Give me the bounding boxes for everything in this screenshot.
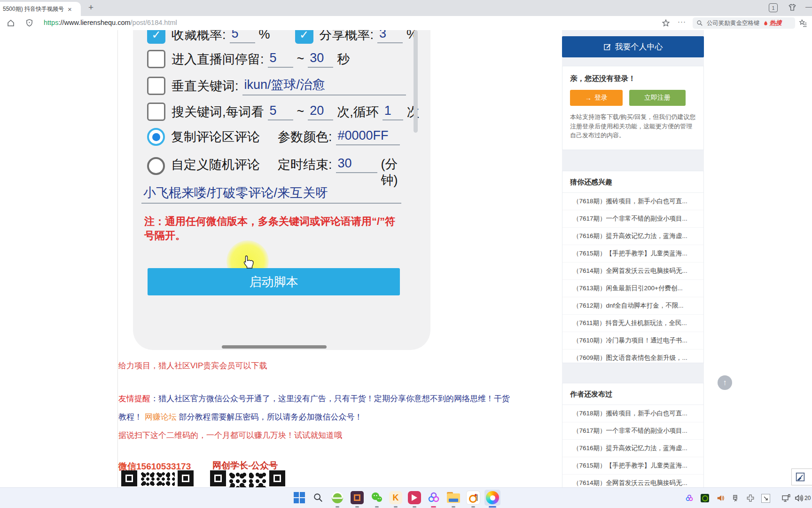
tray-circles-app[interactable] xyxy=(685,494,694,504)
share-probability-input[interactable]: 3 xyxy=(377,30,403,43)
wechat-qr-code xyxy=(121,470,194,487)
taskbar-kuaishou-app[interactable]: K xyxy=(388,490,404,506)
live-stay-max-input[interactable]: 30 xyxy=(308,51,333,68)
reminder-text-1: ：猎人社区官方微信公众号开通了，这里没有广告，只有干货！定期分享你意想不到的网络… xyxy=(150,394,510,403)
tray-utility-cross[interactable] xyxy=(746,494,755,504)
custom-comment-row: 自定义随机评论 定时结束: 30 (分钟) xyxy=(147,156,410,188)
vertical-keyword-input[interactable]: ikun/篮球/治愈 xyxy=(242,76,406,95)
live-stay-min-input[interactable]: 5 xyxy=(268,51,293,68)
custom-comment-radio[interactable] xyxy=(147,157,165,175)
taskbar-active-browser[interactable] xyxy=(484,490,500,506)
speaker-waves-icon xyxy=(794,494,803,502)
list-item[interactable]: （7609期）图文语音表情包全新升级，... xyxy=(562,349,703,366)
taskbar-green-browser[interactable] xyxy=(329,490,345,506)
taskbar-clock[interactable]: 20 xyxy=(804,495,811,501)
list-item[interactable]: （7615期）【手把手教学】儿童类蓝海... xyxy=(562,245,703,262)
url-bar[interactable]: https://www.lierenshequ.com/post/6184.ht… xyxy=(44,19,177,26)
browser-tab[interactable]: 5500期) 抖音快手视频号刷 × xyxy=(0,2,81,16)
usb-device-icon xyxy=(731,494,739,503)
back-to-top-button[interactable]: ↑ xyxy=(718,375,732,390)
tray-volume[interactable] xyxy=(794,494,803,504)
browser-toolbar: https://www.lierenshequ.com/post/6184.ht… xyxy=(0,16,812,31)
taskbar-photos-app[interactable] xyxy=(465,490,481,506)
timer-end-input[interactable]: 30 xyxy=(336,156,377,173)
toolbar-menu-icon[interactable]: ··· xyxy=(678,17,686,25)
home-icon[interactable] xyxy=(7,19,15,29)
new-tab-button[interactable]: + xyxy=(88,2,94,13)
register-button[interactable]: 立即注册 xyxy=(629,90,686,106)
list-item[interactable]: （7614期）全网首发沃云云电脑接码无... xyxy=(562,474,703,487)
taskbar-file-explorer[interactable] xyxy=(445,490,461,506)
list-item[interactable]: （7614期）全网首发沃云云电脑接码无... xyxy=(562,262,703,279)
share-probability-checkbox[interactable]: ✓ xyxy=(295,30,313,44)
tab-close-icon[interactable]: × xyxy=(68,6,72,13)
photos-app-icon xyxy=(466,491,480,505)
taskbar-circles-app[interactable] xyxy=(426,490,442,506)
tray-snip-tool[interactable] xyxy=(761,494,770,503)
copy-comment-radio[interactable] xyxy=(147,128,165,146)
taskbar-wechat[interactable] xyxy=(369,490,385,506)
start-button[interactable] xyxy=(291,490,307,506)
list-item[interactable]: （7615期）【手把手教学】儿童类蓝海... xyxy=(562,457,703,474)
login-arrow-icon: → xyxy=(585,94,592,102)
forum-link[interactable]: 网赚论坛 xyxy=(145,413,177,421)
tray-audio-manager[interactable] xyxy=(716,494,725,504)
tray-gpu-settings[interactable] xyxy=(701,494,709,502)
live-stay-row: 进入直播间停留: 5 ~ 30 秒 xyxy=(147,50,350,68)
custom-comment-label: 自定义随机评论 xyxy=(171,156,260,173)
list-item[interactable]: （7616期）提升高效记忆力法，蓝海虚... xyxy=(562,439,703,457)
floating-select-popup[interactable] xyxy=(791,468,812,485)
list-item[interactable]: （7610期）冷门暴力项目！通过电子书... xyxy=(562,332,703,349)
friendly-reminder-line2: 教程！ 网赚论坛 部分教程需要解压密码，所以请务必加微信公众号！ xyxy=(118,412,362,422)
search-keyword-checkbox[interactable] xyxy=(147,103,165,121)
login-button[interactable]: → 登录 xyxy=(570,90,623,106)
site-security-shield-icon[interactable] xyxy=(25,19,33,29)
search-icon xyxy=(313,492,323,503)
search-keyword-row: 搜关键词,每词看 5 ~ 20 次,循环 1 次 xyxy=(147,103,420,121)
taskbar-red-media-app[interactable] xyxy=(406,490,422,506)
list-item[interactable]: （7617期）一个非常不错的副业小项目... xyxy=(562,210,703,227)
tab-count-icon[interactable]: 1 xyxy=(769,3,778,12)
search-keyword-max-input[interactable]: 20 xyxy=(308,103,333,120)
hot-search-label: 热搜 xyxy=(770,19,782,27)
login-card: 亲，您还没有登录！ → 登录 立即注册 本站支持游客下载/购买/回复，但我们仍建… xyxy=(562,66,704,150)
personal-center-button[interactable]: 我要个人中心 xyxy=(562,36,704,57)
param-color-input[interactable]: #0000FF xyxy=(336,128,400,145)
favorites-list-icon[interactable] xyxy=(799,19,807,29)
live-stay-tilde: ~ xyxy=(297,52,304,66)
minimize-button[interactable]: — xyxy=(805,3,812,10)
list-item[interactable]: （7618期）搬砖项目，新手小白也可直... xyxy=(562,193,703,210)
search-keyword-loop-input[interactable]: 1 xyxy=(383,103,403,120)
search-keyword-min-input[interactable]: 5 xyxy=(268,103,293,120)
url-scheme: https xyxy=(44,19,58,26)
gpu-chip-icon xyxy=(701,494,709,502)
form-note: 注：通用任何微信版本，多条关键词或评论语请用“/”符号隔开。 xyxy=(144,214,400,243)
flame-icon xyxy=(763,20,769,27)
list-item[interactable]: （7617期）一个非常不错的副业小项目... xyxy=(562,422,703,439)
live-stay-checkbox[interactable] xyxy=(147,50,165,68)
list-item[interactable]: （7611期）抖音无人挂机新玩法，全民... xyxy=(562,314,703,332)
comment-presets-input[interactable]: 小飞棍来喽/打破零评论/来互关呀 xyxy=(141,184,401,204)
list-item[interactable]: （7618期）搬砖项目，新手小白也可直... xyxy=(562,405,703,422)
tray-network-display[interactable] xyxy=(781,494,791,505)
taskbar-search-button[interactable] xyxy=(310,490,326,506)
square-arrow-icon xyxy=(761,494,770,503)
start-script-button[interactable]: 启动脚本 xyxy=(148,268,400,295)
theme-shirt-icon[interactable] xyxy=(788,3,797,14)
favorite-probability-checkbox[interactable]: ✓ xyxy=(147,30,165,44)
page-content: ✓ 收藏概率: 5 % ✓ 分享概率: 3 % 进入直播间停留: 5 ~ 30 … xyxy=(0,30,812,487)
toolbar-search-box[interactable]: 公司奖励黄金空格键 热搜 xyxy=(693,17,795,29)
list-item[interactable]: （7612期）dnf全自动脚本打金，不限... xyxy=(562,297,703,314)
taskbar-legacy-app[interactable] xyxy=(349,490,365,506)
vertical-keyword-checkbox[interactable] xyxy=(147,77,165,95)
copy-comment-label: 复制评论区评论 xyxy=(171,128,260,145)
list-item[interactable]: （7613期）闲鱼最新日引200+付费创... xyxy=(562,279,703,297)
list-item[interactable]: （7616期）提升高效记忆力法，蓝海虚... xyxy=(562,227,703,245)
guess-card-title: 猜你还感兴趣 xyxy=(562,171,703,192)
favorite-probability-input[interactable]: 5 xyxy=(230,30,255,43)
inner-scrollbar[interactable] xyxy=(414,30,418,133)
content-left-divider xyxy=(117,30,118,487)
bookmark-star-icon[interactable] xyxy=(662,19,670,29)
green-browser-icon xyxy=(331,491,344,504)
tray-usb-eject[interactable] xyxy=(731,494,739,505)
